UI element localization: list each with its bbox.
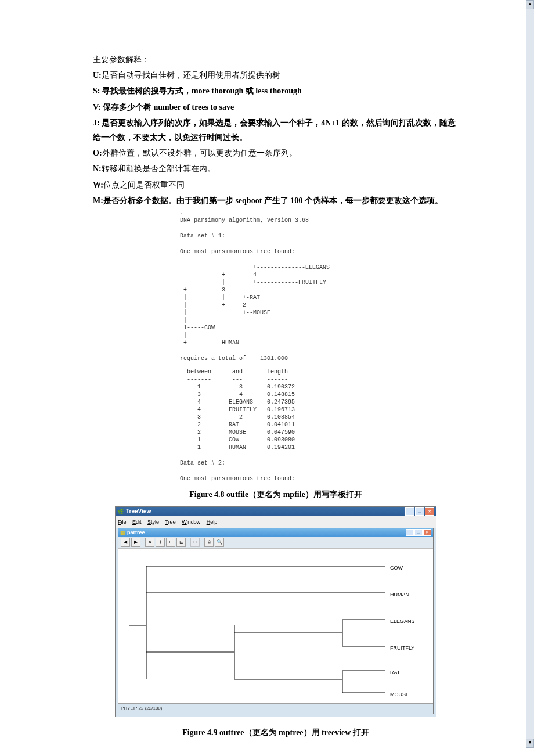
- tree-canvas[interactable]: COW HUMAN ELEGANS FRUITFLY RAT MOUSE: [118, 549, 433, 703]
- doc-icon: ▦: [120, 528, 125, 537]
- param-key: J:: [93, 118, 102, 127]
- menu-help[interactable]: Help: [207, 519, 218, 525]
- window-title: TreeView: [126, 506, 405, 517]
- outfile-ds2: Data set # 2:: [180, 459, 459, 467]
- intro: 主要参数解释：: [93, 52, 459, 67]
- outfile-table: between and length ------- --- ------ 1 …: [180, 368, 459, 451]
- status-bar: PHYLIP 22 (22/100): [118, 703, 433, 713]
- param-M: M:是否分析多个数据。由于我们第一步 seqboot 产生了 100 个伪样本，…: [93, 193, 459, 208]
- doc-title: partree: [127, 528, 406, 537]
- leaf-mouse: MOUSE: [390, 690, 409, 699]
- param-text: 转移和颠换是否全部计算在内。: [102, 164, 215, 173]
- prev-button[interactable]: ◀: [121, 538, 130, 547]
- close-button[interactable]: ×: [425, 507, 434, 516]
- param-text: 是否自动寻找自佳树，还是利用使用者所提供的树: [102, 71, 280, 80]
- doc-titlebar[interactable]: ▦ partree _ □ ×: [118, 528, 433, 537]
- param-U: U:是否自动寻找自佳树，还是利用使用者所提供的树: [93, 68, 459, 82]
- leaf-human: HUMAN: [390, 590, 409, 599]
- doc-window: ▦ partree _ □ × ◀ ▶ ✕ ⟨ ⊏ ⊑ □ ⎙ 🔍: [118, 528, 434, 714]
- doc-minimize-button[interactable]: _: [406, 529, 414, 536]
- scroll-down-button[interactable]: ▼: [526, 739, 534, 748]
- param-key: O:: [93, 149, 102, 157]
- param-O: O:外群位置，默认不设外群，可以更改为任意一条序列。: [93, 146, 459, 160]
- toolbar: ◀ ▶ ✕ ⟨ ⊏ ⊑ □ ⎙ 🔍: [118, 537, 433, 549]
- param-N: N:转移和颠换是否全部计算在内。: [93, 161, 459, 176]
- param-key: W:: [93, 181, 103, 189]
- figure-4-8-caption: Figure 4.8 outfile（更名为 mpfile）用写字板打开: [93, 487, 459, 502]
- menu-edit[interactable]: Edit: [132, 519, 142, 525]
- preview-button[interactable]: 🔍: [215, 538, 224, 547]
- param-J: J: 是否更改输入序列的次序，如果选是，会要求输入一个种子，4N+1 的数，然后…: [93, 116, 459, 145]
- param-text: 是否分析多个数据。由于我们第一步 seqboot 产生了 100 个伪样本，每一…: [103, 196, 443, 205]
- outfile-req: requires a total of 1301.000: [180, 355, 459, 362]
- unrooted-button[interactable]: ✕: [145, 538, 154, 547]
- param-key: M:: [93, 196, 103, 205]
- maximize-button[interactable]: □: [415, 507, 424, 516]
- scrollbar[interactable]: ▲ ▼: [526, 0, 534, 748]
- menu-tree[interactable]: Tree: [165, 519, 175, 525]
- param-key: S:: [93, 87, 102, 95]
- outfile-msg1: One most parsimonious tree found:: [180, 248, 459, 255]
- print-button[interactable]: ⎙: [204, 538, 214, 547]
- param-key: U:: [93, 71, 102, 80]
- next-button[interactable]: ▶: [131, 538, 140, 547]
- scroll-up-button[interactable]: ▲: [526, 0, 534, 9]
- outfile-ds1: Data set # 1:: [180, 232, 459, 240]
- phylogram-button[interactable]: ⊑: [176, 538, 186, 547]
- param-key: V:: [93, 103, 103, 111]
- outfile-tree: +--------------ELEGANS +--------4 | +---…: [180, 264, 459, 347]
- menu-window[interactable]: Window: [182, 519, 200, 525]
- rectangular-button[interactable]: ⊏: [166, 538, 175, 547]
- leaf-elegans: ELEGANS: [390, 617, 415, 626]
- treeview-window: 🌿 TreeView _ □ × FFileile Edit Style Tre…: [115, 506, 436, 717]
- param-text: 位点之间是否权重不同: [103, 181, 185, 189]
- param-text: 寻找最佳树的搜寻方式，more thorough 或 less thorough: [102, 87, 302, 95]
- outfile-msg2: One most parsimonious tree found:: [180, 475, 459, 483]
- leaf-fruitfly: FRUITFLY: [390, 643, 414, 653]
- figure-4-9-caption: Figure 4.9 outtree（更名为 mptree）用 treeview…: [93, 725, 459, 740]
- param-key: N:: [93, 164, 102, 173]
- param-text: 外群位置，默认不设外群，可以更改为任意一条序列。: [102, 149, 297, 157]
- param-V: V: 保存多少个树 number of trees to save: [93, 100, 459, 114]
- menu-file[interactable]: FFileile: [118, 519, 127, 525]
- leaf-cow: COW: [390, 563, 403, 573]
- titlebar[interactable]: 🌿 TreeView _ □ ×: [116, 507, 436, 516]
- outfile-header: . DNA parsimony algorithm, version 3.68: [180, 209, 459, 224]
- zoom-button[interactable]: □: [190, 538, 200, 547]
- minimize-button[interactable]: _: [405, 507, 414, 516]
- param-W: W:位点之间是否权重不同: [93, 178, 459, 192]
- param-text: 是否更改输入序列的次序，如果选是，会要求输入一个种子，4N+1 的数，然后询问打…: [93, 118, 456, 142]
- param-text: 保存多少个树 number of trees to save: [103, 103, 234, 111]
- param-S: S: 寻找最佳树的搜寻方式，more thorough 或 less thoro…: [93, 84, 459, 98]
- slanted-button[interactable]: ⟨: [156, 538, 165, 547]
- doc-maximize-button[interactable]: □: [414, 529, 423, 536]
- app-icon: 🌿: [117, 507, 124, 516]
- menu-style[interactable]: Style: [147, 519, 159, 525]
- menubar: FFileile Edit Style Tree Window Help: [116, 516, 436, 528]
- leaf-rat: RAT: [390, 668, 400, 677]
- doc-close-button[interactable]: ×: [423, 529, 431, 536]
